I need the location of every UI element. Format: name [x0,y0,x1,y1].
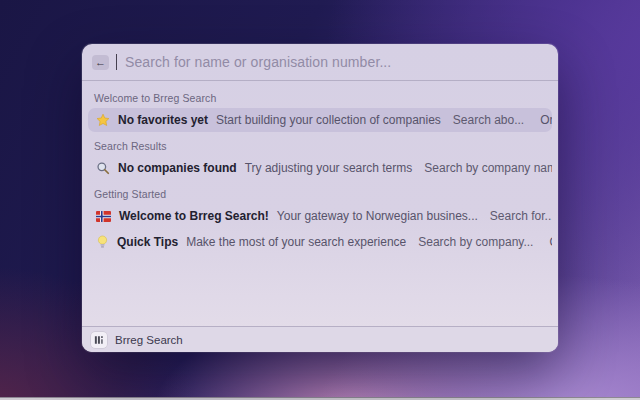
list-item-no-companies[interactable]: No companies found Try adjusting your se… [88,156,552,180]
item-accessory: Search abo... [453,113,524,127]
list-item-welcome[interactable]: Welcome to Brreg Search! Your gateway to… [88,204,552,228]
star-icon [96,113,110,127]
item-title: No companies found [118,161,237,175]
magnifier-icon [96,161,110,175]
text-cursor [116,54,117,70]
window-footer: Brreg Search [82,326,558,352]
item-accessory: Search by company name [424,161,552,175]
item-subtitle: Make the most of your search experience [186,235,406,249]
norway-flag-icon [96,211,111,222]
item-title: No favorites yet [118,113,208,127]
search-input[interactable]: Search for name or organisation number..… [125,54,391,70]
item-subtitle: Your gateway to Norwegian busines... [277,209,478,223]
results-list: Welcome to Brreg Search No favorites yet… [82,81,558,326]
lightbulb-icon [96,235,109,249]
item-accessory: Search for... [490,209,552,223]
back-button[interactable]: ← [92,55,109,70]
item-subtitle: Start building your collection of compan… [216,113,441,127]
footer-app-name: Brreg Search [115,334,183,346]
list-item-quick-tips[interactable]: Quick Tips Make the most of your search … [88,230,552,254]
list-item-no-favorites[interactable]: No favorites yet Start building your col… [88,108,552,132]
item-right-accessory: Or organization number [549,235,552,249]
item-accessory: Search by company... [418,235,533,249]
arrow-left-icon: ← [95,57,106,68]
section-header-search-results: Search Results [94,140,546,152]
brreg-search-window: ← Search for name or organisation number… [82,44,558,352]
section-header-getting-started: Getting Started [94,188,546,200]
item-subtitle: Try adjusting your search terms [245,161,413,175]
section-header-welcome: Welcome to Brreg Search [94,92,546,104]
item-title: Quick Tips [117,235,178,249]
item-right-accessory: Organize with custom emojis [540,113,552,127]
brreg-logo-icon [91,332,107,348]
search-bar: ← Search for name or organisation number… [82,44,558,81]
item-title: Welcome to Brreg Search! [119,209,269,223]
